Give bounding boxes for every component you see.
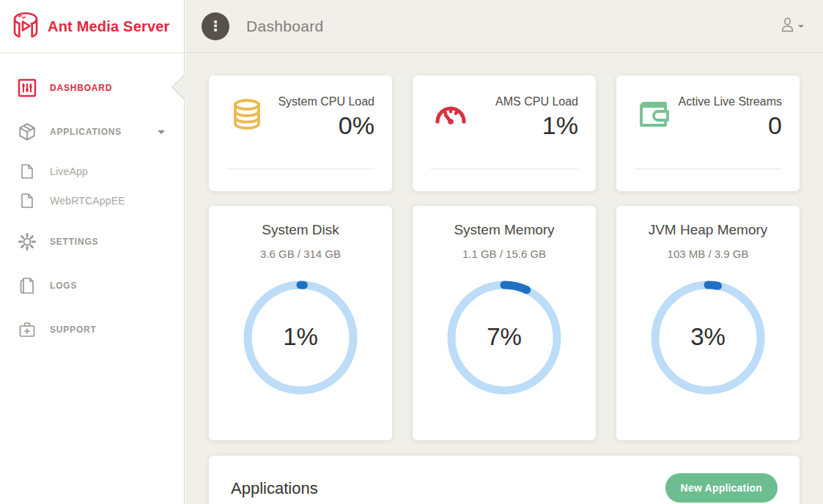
applications-title: Applications (231, 479, 318, 498)
user-menu[interactable] (780, 17, 804, 36)
chevron-down-icon (798, 25, 804, 28)
database-icon (229, 97, 266, 191)
stat-title: Active Live Streams (673, 94, 782, 110)
gauge-subtitle: 1.1 GB / 15.6 GB (413, 248, 596, 260)
card-divider (634, 168, 782, 169)
stat-value: 0 (673, 111, 782, 140)
file-icon (20, 191, 34, 210)
sidebar-item-label: LOGS (50, 281, 77, 291)
gauge-title: System Disk (209, 222, 392, 238)
disk-usage-donut: 1% (242, 279, 359, 396)
sliders-icon (18, 78, 37, 97)
gauge-title: JVM Heap Memory (616, 222, 800, 238)
card-jvm-heap-memory: JVM Heap Memory 103 MB / 3.9 GB 3% (616, 206, 800, 440)
gauge-title: System Memory (413, 222, 596, 238)
sidebar-item-label: WebRTCAppEE (50, 195, 125, 207)
donut-percent-label: 1% (242, 323, 359, 351)
card-divider (430, 168, 578, 169)
content: System CPU Load 0% A (185, 53, 823, 504)
card-ams-cpu-load: AMS CPU Load 1% (413, 75, 596, 191)
memory-usage-donut: 7% (446, 279, 563, 396)
card-system-disk: System Disk 3.6 GB / 314 GB 1% (209, 206, 392, 440)
gauge-subtitle: 3.6 GB / 314 GB (209, 248, 392, 260)
menu-toggle-button[interactable]: ⋮ (202, 12, 229, 40)
sidebar-item-label: SUPPORT (50, 325, 97, 335)
person-icon (780, 17, 795, 36)
card-system-cpu-load: System CPU Load 0% (209, 75, 392, 191)
sidebar-item-logs[interactable]: LOGS (0, 271, 184, 300)
sidebar-item-label: DASHBOARD (50, 83, 112, 93)
sidebar-nav: DASHBOARD APPLICATIONS LiveApp (0, 53, 184, 344)
card-active-live-streams: Active Live Streams 0 (616, 75, 800, 191)
stat-cards-row: System CPU Load 0% A (209, 75, 800, 191)
applications-section: Applications New Application (209, 456, 800, 504)
gauge-subtitle: 103 MB / 3.9 GB (616, 248, 800, 260)
sidebar-item-dashboard[interactable]: DASHBOARD (0, 73, 184, 103)
card-divider (226, 168, 374, 169)
donut-percent-label: 3% (649, 323, 767, 351)
sidebar-item-webrtcappee[interactable]: WebRTCAppEE (0, 186, 184, 215)
brand-name: Ant Media Server (48, 18, 170, 35)
sidebar-item-label: LiveApp (50, 166, 88, 177)
logs-icon (18, 276, 37, 295)
stat-title: System CPU Load (266, 94, 374, 110)
chevron-down-icon[interactable] (158, 130, 165, 134)
support-icon (18, 320, 37, 339)
gauge-cards-row: System Disk 3.6 GB / 314 GB 1% System Me… (209, 206, 800, 440)
stat-value: 1% (470, 111, 578, 140)
jvm-heap-donut: 3% (649, 279, 767, 396)
sidebar-item-applications[interactable]: APPLICATIONS (0, 117, 184, 147)
brand[interactable]: Ant Media Server (0, 0, 184, 53)
card-system-memory: System Memory 1.1 GB / 15.6 GB 7% (413, 206, 596, 440)
sidebar-item-settings[interactable]: SETTINGS (0, 227, 184, 256)
sidebar: Ant Media Server DASHBOARD (0, 0, 185, 504)
file-icon (20, 162, 34, 181)
wallet-icon (637, 97, 673, 191)
new-application-button[interactable]: New Application (665, 473, 778, 503)
donut-percent-label: 7% (446, 323, 563, 351)
gauge-icon (433, 97, 470, 191)
stat-value: 0% (266, 111, 374, 140)
stat-title: AMS CPU Load (470, 94, 578, 110)
page-title: Dashboard (246, 18, 323, 35)
sidebar-item-liveapp[interactable]: LiveApp (0, 157, 184, 186)
header: ⋮ Dashboard (185, 0, 823, 53)
sidebar-item-label: SETTINGS (50, 237, 98, 247)
vertical-ellipsis-icon: ⋮ (209, 19, 223, 33)
sidebar-item-support[interactable]: SUPPORT (0, 315, 184, 344)
package-icon (18, 122, 37, 141)
main-area: ⋮ Dashboard (185, 0, 823, 504)
gear-icon (18, 232, 37, 251)
sidebar-item-label: APPLICATIONS (50, 127, 122, 137)
ant-media-logo-icon (11, 12, 40, 41)
